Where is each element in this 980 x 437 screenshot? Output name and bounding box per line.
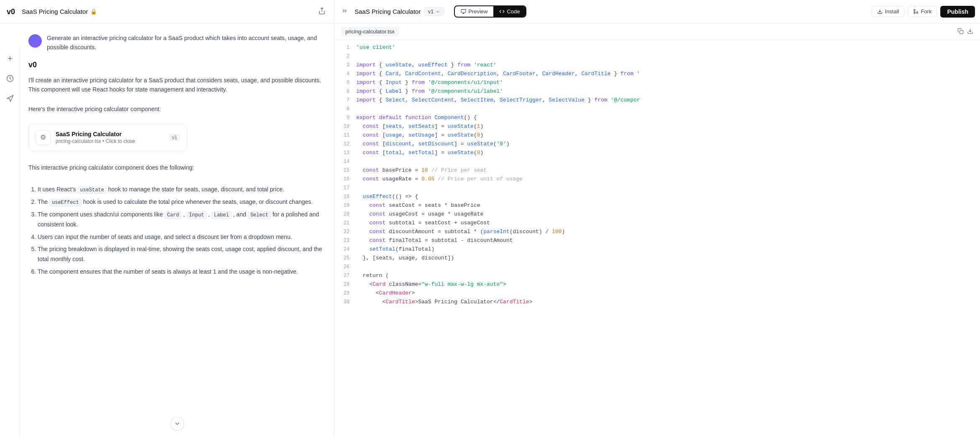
code-line-27: 27 return ( xyxy=(334,272,980,280)
history-button[interactable] xyxy=(3,72,17,85)
list-item: It uses React's useState hook to manage … xyxy=(38,185,322,195)
code-line-16: 16 const usageRate = 0.05 // Price per u… xyxy=(334,175,980,184)
list-item: The component uses shadcn/ui components … xyxy=(38,210,322,230)
publish-button[interactable]: Publish xyxy=(940,6,975,18)
code-line-17: 17 xyxy=(334,184,980,193)
chat-area: Generate an interactive pricing calculat… xyxy=(20,23,334,437)
code-content: 1'use client' 2 3import { useState, useE… xyxy=(334,40,980,310)
expand-button[interactable] xyxy=(339,6,350,17)
code-line-26: 26 xyxy=(334,263,980,272)
ai-mid-text: Here's the interactive pricing calculato… xyxy=(28,104,322,114)
code-line-30: 30 <CardTitle>SaaS Pricing Calculator</C… xyxy=(334,298,980,307)
preview-code-toggle: Preview Code xyxy=(454,5,526,18)
code-line-19: 19 const seatCost = seats * basePrice xyxy=(334,201,980,210)
left-header: v0 SaaS Pricing Calculator 🔒 xyxy=(0,0,334,23)
share-button[interactable] xyxy=(316,5,327,18)
code-line-8: 8 xyxy=(334,105,980,114)
preview-tab-button[interactable]: Preview xyxy=(455,6,493,17)
user-message-text: Generate an interactive pricing calculat… xyxy=(47,33,322,52)
right-actions: Install Fork Publish xyxy=(872,6,975,18)
code-line-1: 1'use client' xyxy=(334,43,980,52)
ai-logo: v0 xyxy=(28,61,40,69)
code-card: Card xyxy=(165,211,182,219)
bookmark-button[interactable] xyxy=(3,92,17,105)
code-line-18: 18 useEffect(() => { xyxy=(334,193,980,201)
code-line-24: 24 setTotal(finalTotal) xyxy=(334,245,980,254)
code-input: Input xyxy=(186,211,207,219)
install-button[interactable]: Install xyxy=(872,6,904,17)
fork-button[interactable]: Fork xyxy=(908,6,937,17)
list-item: Users can input the number of seats and … xyxy=(38,232,322,242)
code-line-9: 9export default function Component() { xyxy=(334,114,980,122)
user-message: Generate an interactive pricing calculat… xyxy=(28,33,322,52)
code-line-10: 10 const [seats, setSeats] = useState(1) xyxy=(334,122,980,131)
right-panel: SaaS Pricing Calculator v1 Preview Code xyxy=(334,0,980,437)
file-tab[interactable]: pricing-calculator.tsx xyxy=(341,27,399,36)
code-editor: pricing-calculator.tsx 1'use client' 2 3… xyxy=(334,23,980,437)
svg-point-12 xyxy=(914,10,915,11)
component-icon: ⚙ xyxy=(36,130,51,145)
list-item: The useEffect hook is used to calculate … xyxy=(38,197,322,207)
code-line-4: 4import { Card, CardContent, CardDescrip… xyxy=(334,70,980,79)
code-line-25: 25 }, [seats, usage, discount]) xyxy=(334,254,980,263)
new-chat-button[interactable] xyxy=(3,52,17,65)
right-panel-title: SaaS Pricing Calculator xyxy=(355,8,421,15)
ai-message: v0 I'll create an interactive pricing ca… xyxy=(28,61,322,279)
component-version: v1 xyxy=(169,134,180,141)
file-tab-bar: pricing-calculator.tsx xyxy=(334,23,980,40)
code-line-2: 2 xyxy=(334,52,980,61)
file-tab-actions xyxy=(957,28,973,36)
list-item: The component ensures that the number of… xyxy=(38,267,322,277)
code-line-6: 6import { Label } from '@/components/ui/… xyxy=(334,87,980,96)
lock-icon: 🔒 xyxy=(90,8,97,15)
code-select: Select xyxy=(248,211,271,219)
code-line-15: 15 const basePrice = 10 // Price per sea… xyxy=(334,166,980,175)
ai-intro-text: I'll create an interactive pricing calcu… xyxy=(28,76,322,94)
code-line-29: 29 <CardHeader> xyxy=(334,289,980,298)
code-useeffect: useEffect xyxy=(49,199,82,206)
code-line-3: 3import { useState, useEffect } from 're… xyxy=(334,61,980,70)
v0-logo: v0 xyxy=(7,8,18,16)
user-avatar xyxy=(28,34,42,48)
code-tab-button[interactable]: Code xyxy=(493,6,526,17)
code-line-21: 21 const subtotal = seatCost + usageCost xyxy=(334,219,980,228)
code-line-20: 20 const usageCost = usage * usageRate xyxy=(334,210,980,219)
right-header: SaaS Pricing Calculator v1 Preview Code xyxy=(334,0,980,23)
svg-rect-15 xyxy=(960,30,963,33)
scroll-down-button[interactable] xyxy=(171,417,184,430)
svg-text:v0: v0 xyxy=(7,8,15,16)
code-line-13: 13 const [total, setTotal] = useState(0) xyxy=(334,149,980,158)
code-line-14: 14 xyxy=(334,158,980,166)
code-line-12: 12 const [discount, setDiscount] = useSt… xyxy=(334,140,980,149)
project-title: SaaS Pricing Calculator 🔒 xyxy=(22,8,97,15)
component-info: SaaS Pricing Calculator pricing-calculat… xyxy=(56,131,164,144)
svg-point-11 xyxy=(917,12,918,13)
component-name: SaaS Pricing Calculator xyxy=(56,131,164,137)
code-line-5: 5import { Input } from '@/components/ui/… xyxy=(334,79,980,87)
code-label: Label xyxy=(212,211,232,219)
list-item: The pricing breakdown is displayed in re… xyxy=(38,244,322,264)
component-sub: pricing-calculator.tsx • Click to close xyxy=(56,138,164,144)
left-sidebar xyxy=(0,47,20,437)
svg-rect-7 xyxy=(461,10,466,13)
code-line-11: 11 const [usage, setUsage] = useState(0) xyxy=(334,131,980,140)
svg-text:v0: v0 xyxy=(28,61,37,69)
code-line-7: 7import { Select, SelectContent, SelectI… xyxy=(334,96,980,105)
code-usestate: useState xyxy=(77,186,107,194)
left-panel: v0 SaaS Pricing Calculator 🔒 xyxy=(0,0,334,437)
svg-marker-5 xyxy=(7,96,13,102)
download-button[interactable] xyxy=(967,28,973,36)
version-selector[interactable]: v1 xyxy=(424,7,444,16)
code-line-28: 28 <Card className="w-full max-w-lg mx-a… xyxy=(334,280,980,289)
ai-summary-text: This interactive pricing calculator comp… xyxy=(28,163,322,172)
ai-list: It uses React's useState hook to manage … xyxy=(28,185,322,279)
code-line-23: 23 const finalTotal = subtotal - discoun… xyxy=(334,236,980,245)
component-card[interactable]: ⚙ SaaS Pricing Calculator pricing-calcul… xyxy=(28,124,187,151)
code-line-22: 22 const discountAmount = subtotal * (pa… xyxy=(334,228,980,236)
copy-button[interactable] xyxy=(957,28,964,36)
